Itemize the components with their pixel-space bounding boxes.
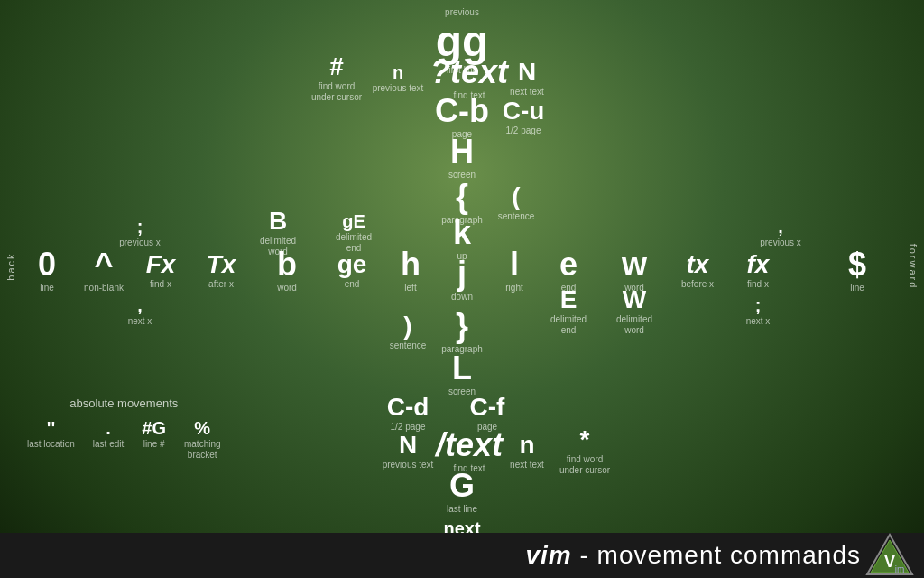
cmd-key: , [760,218,801,236]
cmd-G: Glast line [447,470,477,515]
cmd-desc: previous x [119,238,161,248]
cmd-0: 0line [38,248,56,294]
abs-items-container: ''last location.last edit#Gline #%matchi… [27,419,221,461]
cmd-desc: end [337,279,367,290]
cmd-desc: find wordunder cursor [559,454,610,476]
cmd-l: lright [505,248,522,294]
main-area: back forward previousggfirst line?textfi… [0,0,924,533]
cmd-key: b [277,248,297,281]
cmd-E: Edelimitedend [550,287,587,336]
cmd-tx: txbefore x [681,252,714,290]
cmd-_: (sentence [498,184,535,222]
abs-cmd-_G: #Gline # [142,419,166,450]
cmd-W: Wdelimitedword [616,287,652,336]
cmd-key: * [559,427,610,452]
abs-key: #G [142,419,166,437]
cmd-desc: word [277,283,297,294]
cmd-h: hleft [401,248,420,294]
cmd-key: } [441,310,483,342]
cmd-key: j [451,257,473,290]
cmd-key: N [383,433,434,458]
cmd-ge: geend [337,252,367,290]
cmd-desc: before x [681,279,714,290]
cmd-key: W [616,287,652,312]
cmd-desc: sentence [498,211,535,222]
cmd-j: jdown [451,257,473,303]
cmd-desc: last line [447,504,477,515]
cmd-key: n [510,433,544,458]
cmd-key: gE [336,212,372,230]
cmd-key: H [448,135,476,168]
abs-cmd-_: .last edit [93,419,124,450]
abs-desc: last edit [93,439,124,450]
cmd-desc: find x [747,279,770,290]
cmd-gE: gEdelimitedend [336,212,372,254]
abs-desc: matchingbracket [184,439,221,461]
footer-subtitle: - movement commands [572,541,861,569]
cmd-key: # [311,54,362,79]
cmd-desc: non-blank [84,283,124,294]
cmd-key: E [550,287,587,312]
cmd-Fx: Fxfind x [146,252,176,290]
cmd-_: )sentence [390,313,427,351]
cmd-Tx: Txafter x [207,252,236,290]
cmd-key: ( [498,184,535,210]
abs-key: . [93,419,124,437]
cmd-desc: sentence [390,340,427,351]
cmd-n: nprevious text [373,63,424,94]
cmd-_: ;next x [746,296,771,327]
cmd-key: ^ [84,248,124,281]
cmd-key: h [401,248,420,281]
cmd-key: L [448,352,476,385]
cmd-key: C-f [470,395,505,420]
cmd-key: /text [436,429,503,461]
cmd-key: ge [337,252,367,277]
cmd-desc: delimitedword [616,314,652,336]
cmd-_: *find wordunder cursor [559,427,610,476]
forward-label: forward [908,244,919,290]
cmd-n: nnext text [510,433,544,471]
cmd-key: e [559,248,578,281]
cmd-desc: previous x [760,238,801,248]
cmd-N: Nnext text [510,60,544,98]
cmd-key: 0 [38,248,56,281]
abs-desc: line # [142,439,166,450]
cmd-N: Nprevious text [383,433,434,471]
cmd-L: Lscreen [448,352,476,397]
cmd-_: #find wordunder cursor [311,54,362,103]
cmd-key: B [260,209,296,234]
cmd-key: ?text [430,56,508,89]
cmd-key: w [622,248,647,281]
cmd-_: $line [848,248,866,294]
vim-logo: V im [865,533,915,576]
cmd-key: G [447,470,477,502]
cmd-desc: right [505,283,522,294]
cmd-desc: 1/2 page [503,126,545,136]
cmd-desc: left [401,283,420,294]
svg-text:V: V [884,553,895,571]
svg-text:im: im [895,564,905,574]
cmd-key: n [373,63,424,81]
cmd-C_d: C-d1/2 page [387,395,430,433]
cmd-key: C-d [387,395,430,420]
cmd-key: fx [747,252,770,277]
cmd-key: ; [746,296,771,314]
cmd-C_u: C-u1/2 page [503,98,545,136]
cmd-desc: previous text [383,460,434,471]
cmd-desc: find x [146,279,176,290]
abs-key: % [184,419,221,437]
cmd-key: ) [390,313,427,339]
cmd-desc: next x [128,316,152,327]
cmd-desc: next x [746,316,771,327]
cmd-key: ; [119,218,161,236]
cmd-key: , [128,296,152,314]
cmd-_: ;previous x [119,218,161,248]
cmd-desc: next text [510,460,544,471]
cmd-desc: line [38,283,56,294]
cmd-key: $ [848,248,866,281]
cmd-desc: line [848,283,866,294]
cmd-_: ,previous x [760,218,801,248]
cmd-_: ,next x [128,296,152,327]
cmd-key: Fx [146,252,176,277]
abs-cmd-__: ''last location [27,419,75,450]
